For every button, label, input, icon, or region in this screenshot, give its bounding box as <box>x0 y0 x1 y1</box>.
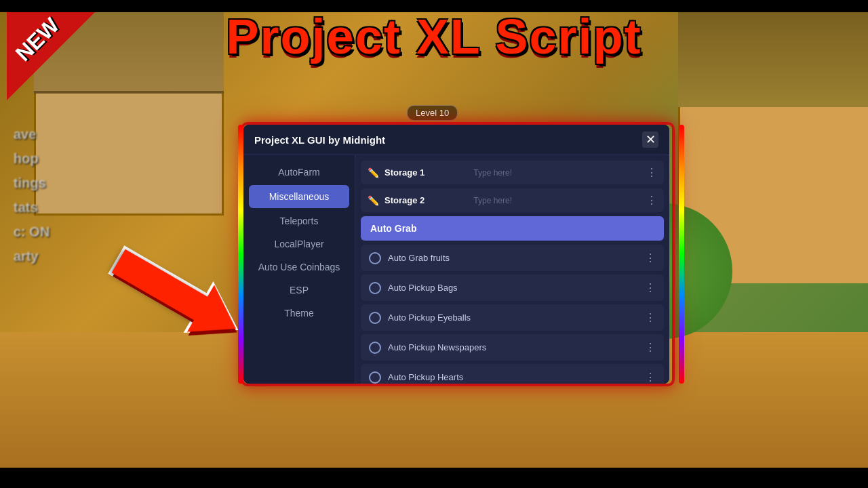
feature-3-menu-button[interactable]: ⋮ <box>645 341 656 354</box>
storage-2-label: Storage 2 <box>384 195 468 205</box>
feature-4-menu-button[interactable]: ⋮ <box>645 371 656 384</box>
title-overlay: Project XL Script <box>163 12 705 61</box>
feature-label-2: Auto Pickup Eyeballs <box>388 312 638 323</box>
bg-menu-text: ave hop tings tats c: ON arty <box>14 122 50 268</box>
storage-2-placeholder: Type here! <box>473 196 641 205</box>
pencil-icon-2: ✏️ <box>368 195 379 206</box>
feature-row-4[interactable]: Auto Pickup Hearts ⋮ <box>361 364 664 384</box>
bottom-bar <box>0 468 868 488</box>
close-button[interactable]: ✕ <box>642 131 658 148</box>
pencil-icon-1: ✏️ <box>368 167 379 178</box>
storage-1-placeholder: Type here! <box>473 168 641 178</box>
feature-label-0: Auto Grab fruits <box>388 253 638 263</box>
level-badge: Level 10 <box>407 105 458 121</box>
page-title: Project XL Script <box>163 12 705 61</box>
dialog-title: Project XL GUI by Midnight <box>254 134 385 146</box>
building-roof-right <box>678 12 868 107</box>
storage-row-2: ✏️ Storage 2 Type here! ⋮ <box>361 188 664 212</box>
radio-autograb-fruits[interactable] <box>369 252 381 264</box>
sidebar-item-miscellaneous[interactable]: Miscellaneous <box>249 185 349 208</box>
storage-2-menu-button[interactable]: ⋮ <box>646 194 657 207</box>
feature-2-menu-button[interactable]: ⋮ <box>645 311 656 324</box>
radio-autopickup-newspapers[interactable] <box>369 342 381 354</box>
dialog-body: AutoFarm Miscellaneous Teleports LocalPl… <box>243 155 669 384</box>
feature-label-3: Auto Pickup Newspapers <box>388 342 638 352</box>
sidebar-item-esp[interactable]: ESP <box>243 279 355 302</box>
feature-1-menu-button[interactable]: ⋮ <box>645 281 656 294</box>
feature-row-2[interactable]: Auto Pickup Eyeballs ⋮ <box>361 304 664 331</box>
radio-autopickup-bags[interactable] <box>369 282 381 294</box>
storage-1-menu-button[interactable]: ⋮ <box>646 166 657 179</box>
feature-label-1: Auto Pickup Bags <box>388 283 638 293</box>
feature-label-4: Auto Pickup Hearts <box>388 372 638 382</box>
sidebar-item-localplayer[interactable]: LocalPlayer <box>243 232 355 256</box>
sidebar-item-autofarm[interactable]: AutoFarm <box>243 161 355 184</box>
feature-row-0[interactable]: Auto Grab fruits ⋮ <box>361 245 664 271</box>
dialog-titlebar: Project XL GUI by Midnight ✕ <box>243 125 669 155</box>
section-header-autograb: Auto Grab <box>361 216 664 241</box>
storage-1-label: Storage 1 <box>384 167 468 178</box>
sidebar: AutoFarm Miscellaneous Teleports LocalPl… <box>243 155 355 384</box>
radio-autopickup-hearts[interactable] <box>369 371 381 384</box>
new-badge: NEW <box>7 12 95 100</box>
sidebar-item-teleports[interactable]: Teleports <box>243 209 355 232</box>
dialog: Project XL GUI by Midnight ✕ AutoFarm Mi… <box>243 125 669 384</box>
feature-0-menu-button[interactable]: ⋮ <box>645 251 656 264</box>
storage-row-1: ✏️ Storage 1 Type here! ⋮ <box>361 161 664 184</box>
feature-row-3[interactable]: Auto Pickup Newspapers ⋮ <box>361 334 664 361</box>
feature-row-1[interactable]: Auto Pickup Bags ⋮ <box>361 274 664 301</box>
rainbow-bar-right <box>679 125 684 384</box>
sidebar-item-autousecoinbags[interactable]: Auto Use Coinbags <box>243 256 355 279</box>
radio-autopickup-eyeballs[interactable] <box>369 312 381 324</box>
content-area: ✏️ Storage 1 Type here! ⋮ ✏️ Storage 2 T… <box>355 155 669 384</box>
